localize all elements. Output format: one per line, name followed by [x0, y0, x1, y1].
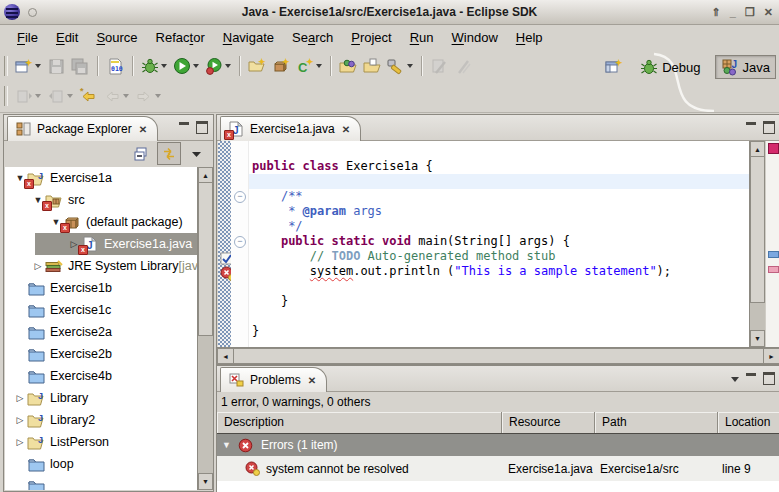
- dropdown-arrow-icon[interactable]: [225, 64, 231, 68]
- expand-arrow-icon[interactable]: ▷: [13, 393, 27, 403]
- menu-navigate[interactable]: Navigate: [216, 27, 281, 48]
- dropdown-arrow-icon[interactable]: [35, 94, 41, 98]
- tree-item-exercise2a[interactable]: Exercise2a: [5, 321, 197, 343]
- dropdown-arrow-icon[interactable]: [161, 64, 167, 68]
- open-type-button[interactable]: [337, 55, 359, 77]
- menu-edit[interactable]: Edit: [49, 27, 85, 48]
- close-button[interactable]: ✕: [764, 7, 773, 18]
- new-wizard-button[interactable]: ✦: [13, 55, 43, 77]
- collapse-all-button[interactable]: [129, 142, 153, 165]
- expand-arrow-icon[interactable]: ▷: [13, 415, 27, 425]
- tree-item-jre-system-library[interactable]: ▷JRE System Library [java: [5, 255, 197, 277]
- error-marker-icon[interactable]: [218, 264, 232, 278]
- dropdown-arrow-icon[interactable]: [35, 64, 41, 68]
- scroll-left-icon[interactable]: ◄: [217, 348, 234, 364]
- tree-item-exercise4b[interactable]: Exercise4b: [5, 365, 197, 387]
- debug-button[interactable]: [139, 55, 169, 77]
- problems-tab[interactable]: Problems ✕: [220, 367, 327, 392]
- menu-refactor[interactable]: Refactor: [149, 27, 212, 48]
- menu-window[interactable]: Window: [445, 27, 505, 48]
- close-icon[interactable]: ✕: [139, 124, 147, 135]
- close-icon[interactable]: ✕: [308, 375, 316, 386]
- run-external-button[interactable]: [203, 55, 233, 77]
- overview-error-indicator[interactable]: [768, 143, 779, 154]
- minimize-view-button[interactable]: [179, 122, 189, 134]
- open-resource-button[interactable]: [361, 55, 383, 77]
- fold-collapse-icon[interactable]: −: [234, 191, 246, 203]
- debug-perspective-button[interactable]: Debug: [634, 55, 706, 79]
- tree-item-exercise1a[interactable]: ▼JxExercise1a: [5, 167, 197, 189]
- dropdown-arrow-icon[interactable]: [193, 64, 199, 68]
- collapse-arrow-icon[interactable]: ▼: [222, 440, 231, 450]
- maximize-button[interactable]: ❒: [745, 7, 755, 18]
- shade-button[interactable]: ⇑: [712, 7, 721, 18]
- dropdown-arrow-icon[interactable]: [123, 94, 129, 98]
- column-header-path[interactable]: Path: [595, 412, 718, 433]
- column-header-location[interactable]: Location: [718, 412, 779, 433]
- scroll-down-icon[interactable]: ▼: [198, 473, 213, 490]
- java-perspective-button[interactable]: JJava: [715, 55, 776, 79]
- tree-item-partial[interactable]: [5, 475, 197, 490]
- dropdown-arrow-icon[interactable]: [316, 64, 322, 68]
- tree-item-exercise2b[interactable]: Exercise2b: [5, 343, 197, 365]
- tree-item-exercise1b[interactable]: Exercise1b: [5, 277, 197, 299]
- folding-ruler[interactable]: −−: [231, 141, 249, 347]
- scroll-right-icon[interactable]: ►: [763, 348, 779, 364]
- fold-collapse-icon[interactable]: −: [234, 236, 246, 248]
- expand-arrow-icon[interactable]: ▷: [31, 261, 45, 271]
- minimize-view-button[interactable]: [746, 373, 756, 385]
- run-button[interactable]: [171, 55, 201, 77]
- annotation-ruler[interactable]: [218, 141, 231, 347]
- menu-file[interactable]: File: [10, 27, 45, 48]
- package-explorer-scrollbar[interactable]: ▲ ▼: [197, 167, 213, 490]
- column-header-resource[interactable]: Resource: [502, 412, 595, 433]
- editor-hscrollbar[interactable]: ◄ ►: [217, 347, 779, 364]
- view-menu-button[interactable]: [185, 142, 209, 165]
- class-file-button[interactable]: 010: [104, 55, 126, 77]
- scrollbar-thumb[interactable]: [233, 348, 764, 364]
- task-overview-marker[interactable]: [768, 251, 779, 258]
- open-perspective-button[interactable]: ✦: [603, 56, 625, 78]
- tree-item-exercise1c[interactable]: Exercise1c: [5, 299, 197, 321]
- close-icon[interactable]: ✕: [342, 124, 350, 135]
- minimize-editor-button[interactable]: [746, 122, 756, 134]
- menu-source[interactable]: Source: [89, 27, 144, 48]
- scroll-down-icon[interactable]: ▼: [750, 330, 765, 347]
- tree-item-default-package[interactable]: ▼x(default package): [5, 211, 197, 233]
- editor-tab[interactable]: Jx Exercise1a.java ✕: [220, 116, 361, 141]
- tree-item-exercise1a-java[interactable]: ▷JxExercise1a.java: [5, 233, 197, 255]
- expand-arrow-icon[interactable]: ▷: [13, 437, 27, 447]
- error-overview-marker[interactable]: [768, 266, 779, 273]
- minimize-button[interactable]: _: [730, 7, 736, 18]
- menu-help[interactable]: Help: [509, 27, 550, 48]
- dropdown-arrow-icon[interactable]: [407, 64, 413, 68]
- tree-item-loop[interactable]: loop: [5, 453, 197, 475]
- menu-project[interactable]: Project: [344, 27, 398, 48]
- new-package-button[interactable]: ✦: [270, 55, 292, 77]
- package-explorer-tab[interactable]: Package Explorer ✕: [7, 116, 158, 141]
- code-editor[interactable]: public class Exercise1a { /** * @param a…: [249, 141, 749, 347]
- problems-row[interactable]: system cannot be resolvedExercise1a.java…: [217, 456, 779, 481]
- overview-ruler[interactable]: [765, 141, 779, 347]
- last-edit-location-button[interactable]: *: [77, 85, 99, 107]
- tree-item-library2[interactable]: ▷JLibrary2: [5, 409, 197, 431]
- menu-search[interactable]: Search: [285, 27, 340, 48]
- maximize-editor-button[interactable]: [763, 121, 775, 134]
- new-class-button[interactable]: C✦: [294, 55, 324, 77]
- dropdown-arrow-icon[interactable]: [155, 94, 161, 98]
- menu-run[interactable]: Run: [403, 27, 441, 48]
- column-header-description[interactable]: Description: [217, 412, 502, 433]
- maximize-view-button[interactable]: [196, 121, 208, 134]
- scrollbar-thumb[interactable]: [750, 156, 765, 303]
- maximize-view-button[interactable]: [763, 372, 775, 385]
- link-with-editor-button[interactable]: [157, 142, 181, 165]
- dropdown-arrow-icon[interactable]: [67, 94, 73, 98]
- tree-item-src[interactable]: ▼xsrc: [5, 189, 197, 211]
- editor-scrollbar[interactable]: ▲ ▼: [749, 141, 765, 347]
- tree-item-library[interactable]: ▷JLibrary: [5, 387, 197, 409]
- search-button[interactable]: [385, 55, 415, 77]
- task-marker-icon[interactable]: [218, 249, 232, 263]
- scrollbar-thumb[interactable]: [198, 182, 213, 336]
- new-java-project-button[interactable]: ✦: [246, 55, 268, 77]
- view-menu-icon[interactable]: [731, 377, 739, 382]
